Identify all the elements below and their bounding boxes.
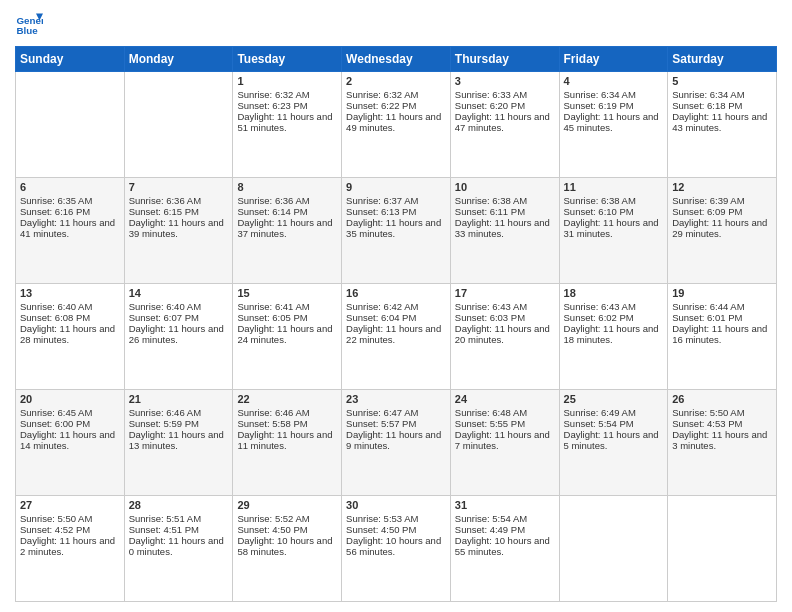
- calendar-cell: 18Sunrise: 6:43 AMSunset: 6:02 PMDayligh…: [559, 284, 668, 390]
- sunset-text: Sunset: 6:08 PM: [20, 312, 120, 323]
- sunset-text: Sunset: 5:55 PM: [455, 418, 555, 429]
- calendar-cell: 1Sunrise: 6:32 AMSunset: 6:23 PMDaylight…: [233, 72, 342, 178]
- sunrise-text: Sunrise: 6:39 AM: [672, 195, 772, 206]
- daylight-text: Daylight: 11 hours and 31 minutes.: [564, 217, 664, 239]
- daylight-text: Daylight: 11 hours and 24 minutes.: [237, 323, 337, 345]
- day-number: 11: [564, 181, 664, 193]
- daylight-text: Daylight: 11 hours and 16 minutes.: [672, 323, 772, 345]
- calendar-cell: [559, 496, 668, 602]
- calendar-day-header: Thursday: [450, 47, 559, 72]
- sunrise-text: Sunrise: 6:46 AM: [129, 407, 229, 418]
- day-number: 15: [237, 287, 337, 299]
- day-number: 5: [672, 75, 772, 87]
- svg-text:Blue: Blue: [16, 25, 38, 36]
- day-number: 13: [20, 287, 120, 299]
- calendar-cell: [124, 72, 233, 178]
- sunrise-text: Sunrise: 5:50 AM: [20, 513, 120, 524]
- daylight-text: Daylight: 11 hours and 0 minutes.: [129, 535, 229, 557]
- sunset-text: Sunset: 6:10 PM: [564, 206, 664, 217]
- day-number: 8: [237, 181, 337, 193]
- day-number: 4: [564, 75, 664, 87]
- sunset-text: Sunset: 6:23 PM: [237, 100, 337, 111]
- calendar-day-header: Sunday: [16, 47, 125, 72]
- sunset-text: Sunset: 4:49 PM: [455, 524, 555, 535]
- day-number: 25: [564, 393, 664, 405]
- calendar-cell: 4Sunrise: 6:34 AMSunset: 6:19 PMDaylight…: [559, 72, 668, 178]
- day-number: 9: [346, 181, 446, 193]
- daylight-text: Daylight: 11 hours and 33 minutes.: [455, 217, 555, 239]
- sunrise-text: Sunrise: 6:37 AM: [346, 195, 446, 206]
- day-number: 10: [455, 181, 555, 193]
- sunset-text: Sunset: 6:13 PM: [346, 206, 446, 217]
- daylight-text: Daylight: 11 hours and 20 minutes.: [455, 323, 555, 345]
- calendar-cell: 26Sunrise: 5:50 AMSunset: 4:53 PMDayligh…: [668, 390, 777, 496]
- day-number: 22: [237, 393, 337, 405]
- day-number: 29: [237, 499, 337, 511]
- sunset-text: Sunset: 4:51 PM: [129, 524, 229, 535]
- calendar-cell: 9Sunrise: 6:37 AMSunset: 6:13 PMDaylight…: [342, 178, 451, 284]
- daylight-text: Daylight: 11 hours and 14 minutes.: [20, 429, 120, 451]
- daylight-text: Daylight: 11 hours and 51 minutes.: [237, 111, 337, 133]
- calendar-cell: 2Sunrise: 6:32 AMSunset: 6:22 PMDaylight…: [342, 72, 451, 178]
- sunset-text: Sunset: 5:57 PM: [346, 418, 446, 429]
- calendar-cell: 15Sunrise: 6:41 AMSunset: 6:05 PMDayligh…: [233, 284, 342, 390]
- sunset-text: Sunset: 6:15 PM: [129, 206, 229, 217]
- sunset-text: Sunset: 6:16 PM: [20, 206, 120, 217]
- sunset-text: Sunset: 6:11 PM: [455, 206, 555, 217]
- day-number: 14: [129, 287, 229, 299]
- calendar-day-header: Tuesday: [233, 47, 342, 72]
- day-number: 26: [672, 393, 772, 405]
- sunset-text: Sunset: 4:53 PM: [672, 418, 772, 429]
- calendar-cell: 25Sunrise: 6:49 AMSunset: 5:54 PMDayligh…: [559, 390, 668, 496]
- calendar-cell: 7Sunrise: 6:36 AMSunset: 6:15 PMDaylight…: [124, 178, 233, 284]
- sunset-text: Sunset: 6:07 PM: [129, 312, 229, 323]
- sunrise-text: Sunrise: 6:45 AM: [20, 407, 120, 418]
- sunset-text: Sunset: 5:54 PM: [564, 418, 664, 429]
- sunset-text: Sunset: 6:19 PM: [564, 100, 664, 111]
- sunset-text: Sunset: 5:59 PM: [129, 418, 229, 429]
- calendar-cell: 20Sunrise: 6:45 AMSunset: 6:00 PMDayligh…: [16, 390, 125, 496]
- calendar-week-row: 6Sunrise: 6:35 AMSunset: 6:16 PMDaylight…: [16, 178, 777, 284]
- sunrise-text: Sunrise: 6:34 AM: [672, 89, 772, 100]
- calendar-cell: 22Sunrise: 6:46 AMSunset: 5:58 PMDayligh…: [233, 390, 342, 496]
- sunrise-text: Sunrise: 6:32 AM: [237, 89, 337, 100]
- daylight-text: Daylight: 11 hours and 49 minutes.: [346, 111, 446, 133]
- sunrise-text: Sunrise: 6:49 AM: [564, 407, 664, 418]
- sunrise-text: Sunrise: 6:40 AM: [20, 301, 120, 312]
- day-number: 19: [672, 287, 772, 299]
- sunset-text: Sunset: 6:00 PM: [20, 418, 120, 429]
- daylight-text: Daylight: 11 hours and 26 minutes.: [129, 323, 229, 345]
- sunset-text: Sunset: 5:58 PM: [237, 418, 337, 429]
- daylight-text: Daylight: 11 hours and 39 minutes.: [129, 217, 229, 239]
- day-number: 30: [346, 499, 446, 511]
- sunrise-text: Sunrise: 6:35 AM: [20, 195, 120, 206]
- sunset-text: Sunset: 6:05 PM: [237, 312, 337, 323]
- calendar-cell: 12Sunrise: 6:39 AMSunset: 6:09 PMDayligh…: [668, 178, 777, 284]
- calendar-cell: 30Sunrise: 5:53 AMSunset: 4:50 PMDayligh…: [342, 496, 451, 602]
- sunrise-text: Sunrise: 6:47 AM: [346, 407, 446, 418]
- calendar-cell: 10Sunrise: 6:38 AMSunset: 6:11 PMDayligh…: [450, 178, 559, 284]
- sunrise-text: Sunrise: 6:42 AM: [346, 301, 446, 312]
- daylight-text: Daylight: 11 hours and 29 minutes.: [672, 217, 772, 239]
- calendar-day-header: Friday: [559, 47, 668, 72]
- day-number: 7: [129, 181, 229, 193]
- daylight-text: Daylight: 11 hours and 37 minutes.: [237, 217, 337, 239]
- day-number: 2: [346, 75, 446, 87]
- calendar-cell: 3Sunrise: 6:33 AMSunset: 6:20 PMDaylight…: [450, 72, 559, 178]
- daylight-text: Daylight: 11 hours and 35 minutes.: [346, 217, 446, 239]
- day-number: 1: [237, 75, 337, 87]
- daylight-text: Daylight: 11 hours and 7 minutes.: [455, 429, 555, 451]
- sunset-text: Sunset: 6:20 PM: [455, 100, 555, 111]
- page: General Blue SundayMondayTuesdayWednesda…: [0, 0, 792, 612]
- sunset-text: Sunset: 6:09 PM: [672, 206, 772, 217]
- daylight-text: Daylight: 11 hours and 28 minutes.: [20, 323, 120, 345]
- daylight-text: Daylight: 11 hours and 13 minutes.: [129, 429, 229, 451]
- day-number: 3: [455, 75, 555, 87]
- calendar-cell: 23Sunrise: 6:47 AMSunset: 5:57 PMDayligh…: [342, 390, 451, 496]
- calendar-cell: [668, 496, 777, 602]
- calendar-cell: 21Sunrise: 6:46 AMSunset: 5:59 PMDayligh…: [124, 390, 233, 496]
- day-number: 6: [20, 181, 120, 193]
- calendar-cell: 16Sunrise: 6:42 AMSunset: 6:04 PMDayligh…: [342, 284, 451, 390]
- sunset-text: Sunset: 4:50 PM: [237, 524, 337, 535]
- sunrise-text: Sunrise: 6:43 AM: [455, 301, 555, 312]
